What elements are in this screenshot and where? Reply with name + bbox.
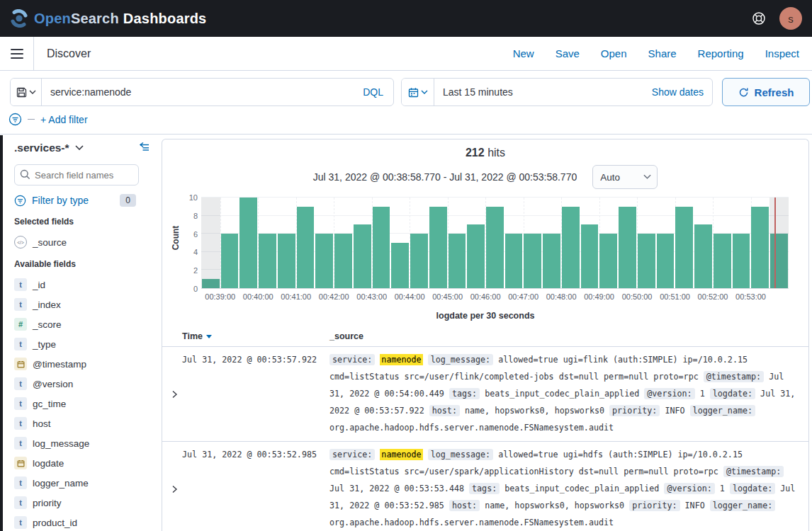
text-field-icon: t (14, 278, 27, 291)
histogram-bar[interactable] (657, 234, 675, 288)
histogram-bar[interactable] (278, 234, 295, 288)
histogram-bar[interactable] (297, 207, 315, 288)
field-item-_index[interactable]: t_index (14, 295, 150, 314)
histogram-bar[interactable] (524, 234, 541, 288)
chevron-down-icon (75, 145, 84, 150)
user-avatar[interactable]: s (779, 7, 802, 30)
text-field-icon: t (14, 377, 27, 390)
histogram-bar[interactable] (449, 234, 466, 288)
show-dates-button[interactable]: Show dates (652, 86, 704, 98)
histogram-chart: Count 0246810 00:39:0000:40:0000:41:0000… (162, 192, 808, 305)
filter-icon (14, 195, 26, 207)
refresh-icon (738, 87, 749, 98)
nav-action-share[interactable]: Share (648, 47, 677, 59)
hits-number: 212 (466, 147, 485, 159)
histogram-bar[interactable] (334, 234, 352, 288)
query-input[interactable] (42, 79, 353, 105)
histogram-bar[interactable] (429, 207, 447, 288)
field-name: _score (33, 319, 62, 330)
field-item-logger_name[interactable]: tlogger_name (14, 473, 150, 493)
field-item-@version[interactable]: t@version (14, 374, 150, 394)
opensearch-logo[interactable]: OpenSearchDashboards (10, 9, 206, 28)
expand-row-button[interactable] (167, 351, 182, 436)
field-name: @version (33, 379, 73, 389)
histogram-bar[interactable] (486, 207, 504, 288)
nav-action-open[interactable]: Open (601, 47, 627, 59)
field-key-pill: priority: (629, 500, 680, 511)
field-item-_id[interactable]: t_id (14, 275, 150, 295)
histogram-bar[interactable] (373, 207, 390, 288)
query-language-button[interactable]: DQL (353, 86, 393, 98)
field-key-pill: tags: (469, 483, 500, 494)
add-filter-button[interactable]: + Add filter (40, 114, 88, 125)
field-item-product_id[interactable]: tproduct_id (14, 513, 150, 531)
expand-row-button[interactable] (167, 446, 182, 531)
histogram-bar[interactable] (751, 207, 769, 288)
histogram-bar[interactable] (315, 234, 333, 288)
menu-button[interactable] (0, 37, 34, 70)
help-icon[interactable] (751, 11, 767, 26)
field-key-pill: host: (429, 405, 460, 416)
field-item-_score[interactable]: #_score (14, 314, 150, 334)
nav-action-new[interactable]: New (513, 47, 534, 59)
refresh-button[interactable]: Refresh (722, 78, 810, 106)
date-picker-button[interactable] (402, 79, 434, 105)
nav-action-inspect[interactable]: Inspect (765, 47, 799, 59)
histogram-bar[interactable] (675, 207, 693, 288)
available-fields-list: t_idt_index#_scoret_type@timestampt@vers… (14, 275, 150, 531)
histogram-bar[interactable] (391, 243, 409, 288)
document-table-rows: Jul 31, 2022 @ 00:53:57.922service: name… (162, 347, 808, 531)
histogram-bar[interactable] (221, 234, 239, 288)
histogram-bar[interactable] (733, 234, 750, 288)
filter-icon[interactable] (9, 113, 22, 126)
histogram-bar[interactable] (410, 234, 428, 288)
number-field-icon: # (14, 318, 27, 331)
histogram-bar[interactable] (638, 234, 655, 288)
field-name: _id (33, 280, 45, 290)
histogram-bar[interactable] (505, 234, 523, 288)
histogram-bar[interactable] (599, 234, 617, 288)
field-item-@timestamp[interactable]: @timestamp (14, 354, 150, 374)
row-time: Jul 31, 2022 @ 00:53:57.922 (182, 351, 329, 436)
histogram-bar[interactable] (694, 224, 712, 288)
histogram-bar[interactable] (581, 224, 599, 288)
time-range-summary: Jul 31, 2022 @ 00:38:58.770 - Jul 31, 20… (313, 171, 577, 183)
histogram-bar[interactable] (354, 224, 371, 288)
field-item-logdate[interactable]: logdate (14, 453, 150, 473)
brand-dashboards: Dashboards (123, 11, 207, 26)
interval-select[interactable]: Auto (592, 165, 658, 189)
index-pattern-select[interactable]: .services-* (14, 142, 84, 154)
histogram-bar[interactable] (714, 234, 731, 288)
nav-action-save[interactable]: Save (556, 47, 580, 59)
field-key-pill: logger_name: (690, 405, 755, 416)
nav-action-reporting[interactable]: Reporting (698, 47, 744, 59)
chevron-right-icon (171, 485, 178, 493)
field-key-pill: priority: (609, 405, 660, 416)
collapse-sidebar-button[interactable] (138, 141, 150, 154)
histogram-bar[interactable] (543, 234, 560, 288)
field-item-gc_time[interactable]: tgc_time (14, 394, 150, 413)
field-name: gc_time (33, 399, 66, 409)
field-key-pill: logger_name: (710, 500, 775, 511)
histogram-bar[interactable] (562, 207, 580, 288)
histogram-bar[interactable] (259, 234, 276, 288)
field-item-log_message[interactable]: tlog_message (14, 433, 150, 453)
field-item-host[interactable]: thost (14, 413, 150, 433)
saved-query-button[interactable] (11, 79, 42, 105)
time-range-value[interactable]: Last 15 minutes (434, 86, 652, 98)
histogram-bar[interactable] (619, 207, 636, 288)
filter-by-type-row[interactable]: Filter by type 0 (14, 194, 150, 207)
field-search-input[interactable] (14, 164, 139, 185)
text-field-icon: t (14, 516, 27, 529)
histogram-bar[interactable] (239, 198, 257, 288)
field-item-_type[interactable]: t_type (14, 334, 150, 354)
chevron-down-icon (29, 90, 36, 94)
histogram-bar[interactable] (467, 224, 485, 288)
field-item-priority[interactable]: tpriority (14, 493, 150, 513)
column-header-time[interactable]: Time (182, 331, 329, 341)
text-field-icon: t (14, 338, 27, 350)
date-picker-group: Last 15 minutes Show dates (401, 78, 713, 106)
field-name: log_message (33, 438, 89, 449)
hits-count: 212 hits (162, 145, 808, 161)
field-item-_source[interactable]: </>_source (14, 232, 150, 252)
